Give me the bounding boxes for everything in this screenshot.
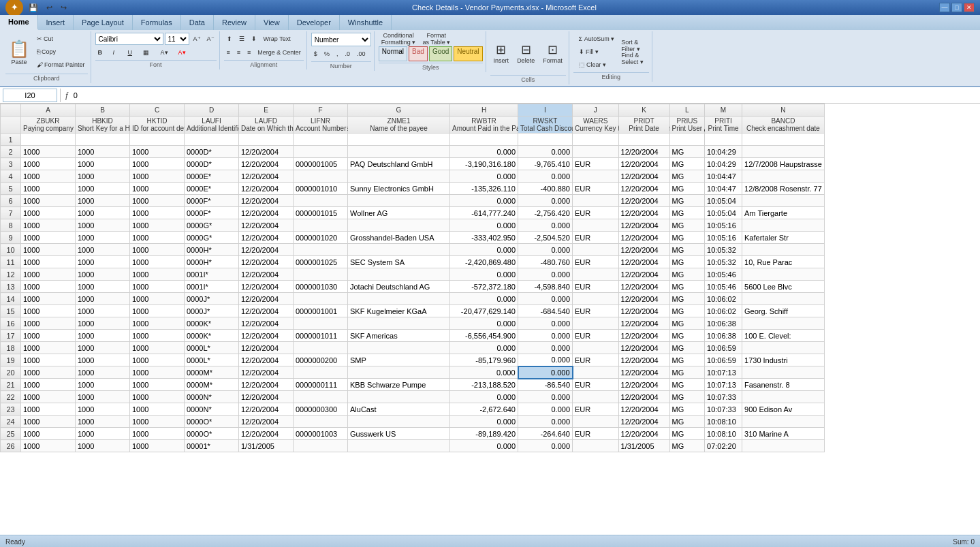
cell-C25[interactable]: 1000 (130, 428, 185, 440)
cell-M10[interactable]: 10:05:32 (705, 244, 742, 256)
cell-C15[interactable]: 1000 (130, 305, 185, 317)
cell-B25[interactable]: 1000 (76, 428, 130, 440)
cell-N4[interactable] (742, 170, 825, 183)
cell-H5[interactable]: -135,326.110 (450, 183, 518, 195)
delete-cells-btn[interactable]: ⊟ Delete (513, 33, 538, 74)
cell-E6[interactable]: 12/20/2004 (239, 195, 294, 207)
formula-input[interactable] (74, 89, 977, 102)
spreadsheet-container[interactable]: A B C D E F G H I J K L M N ZBUKRPaying … (0, 104, 980, 535)
cell-D15[interactable]: 0000J* (185, 305, 239, 317)
row-header[interactable]: 13 (1, 281, 21, 293)
cell-L17[interactable]: MG (669, 330, 704, 342)
cell-C16[interactable]: 1000 (130, 317, 185, 330)
cell-K3[interactable]: 12/20/2004 (618, 158, 669, 170)
cell-J10[interactable] (573, 244, 619, 256)
cell-G18[interactable] (348, 342, 450, 354)
cell-E19[interactable]: 12/20/2004 (239, 354, 294, 366)
cell-K17[interactable]: 12/20/2004 (618, 330, 669, 342)
cell-D5[interactable]: 0000E* (185, 183, 239, 195)
cell-G16[interactable] (348, 317, 450, 330)
cell-K14[interactable]: 12/20/2004 (618, 293, 669, 305)
cell-K15[interactable]: 12/20/2004 (618, 305, 669, 317)
row-header[interactable]: 22 (1, 391, 21, 403)
cell-D20[interactable]: 0000M* (185, 366, 239, 379)
cell-F3[interactable]: 0000001005 (294, 158, 348, 170)
cell-D21[interactable]: 0000M* (185, 379, 239, 391)
cell-A17[interactable]: 1000 (21, 330, 76, 342)
cell-A14[interactable]: 1000 (21, 293, 76, 305)
cell-N1[interactable] (742, 134, 825, 146)
cell-I5[interactable]: -400.880 (518, 183, 573, 195)
cell-M13[interactable]: 10:05:46 (705, 281, 742, 293)
format-painter-button[interactable]: 🖌 Format Painter (34, 59, 88, 71)
cell-M11[interactable]: 10:05:32 (705, 256, 742, 268)
cell-M1[interactable] (705, 134, 742, 146)
cell-L14[interactable]: MG (669, 293, 704, 305)
cell-J4[interactable] (573, 170, 619, 183)
cut-button[interactable]: ✂ Cut (34, 33, 88, 45)
cell-B6[interactable]: 1000 (76, 195, 130, 207)
cell-I12[interactable]: 0.000 (518, 268, 573, 281)
cell-J6[interactable] (573, 195, 619, 207)
fill-btn[interactable]: ⬇ Fill ▾ (576, 46, 618, 58)
cell-N20[interactable] (742, 366, 825, 379)
cell-G7[interactable]: Wollner AG (348, 207, 450, 219)
cell-D1[interactable] (185, 134, 239, 146)
cell-E1[interactable] (239, 134, 294, 146)
function-wizard-icon[interactable]: ƒ (63, 91, 71, 100)
col-header-J[interactable]: J (573, 104, 619, 116)
cell-C19[interactable]: 1000 (130, 354, 185, 366)
cell-D3[interactable]: 0000D* (185, 158, 239, 170)
cell-H6[interactable]: 0.000 (450, 195, 518, 207)
cell-N25[interactable]: 310 Marine A (742, 428, 825, 440)
cell-J12[interactable] (573, 268, 619, 281)
cell-B13[interactable]: 1000 (76, 281, 130, 293)
cell-D23[interactable]: 0000N* (185, 403, 239, 416)
cell-A21[interactable]: 1000 (21, 379, 76, 391)
cell-B20[interactable]: 1000 (76, 366, 130, 379)
cell-D22[interactable]: 0000N* (185, 391, 239, 403)
cell-A11[interactable]: 1000 (21, 256, 76, 268)
cell-C14[interactable]: 1000 (130, 293, 185, 305)
cell-G14[interactable] (348, 293, 450, 305)
cell-N9[interactable]: Kafertaler Str (742, 232, 825, 244)
cell-F6[interactable] (294, 195, 348, 207)
cell-N17[interactable]: 100 E. Clevel: (742, 330, 825, 342)
minimize-btn[interactable]: — (939, 3, 950, 12)
cell-I7[interactable]: -2,756.420 (518, 207, 573, 219)
cell-B14[interactable]: 1000 (76, 293, 130, 305)
cell-H22[interactable]: 0.000 (450, 391, 518, 403)
cell-N16[interactable] (742, 317, 825, 330)
row-header[interactable]: 14 (1, 293, 21, 305)
cell-G1[interactable] (348, 134, 450, 146)
cell-B8[interactable]: 1000 (76, 219, 130, 232)
cell-H12[interactable]: 0.000 (450, 268, 518, 281)
cell-D4[interactable]: 0000E* (185, 170, 239, 183)
cell-L18[interactable]: MG (669, 342, 704, 354)
style-good[interactable]: Good (429, 46, 452, 61)
cell-J1[interactable] (573, 134, 619, 146)
cell-F12[interactable] (294, 268, 348, 281)
cell-M26[interactable]: 07:02:20 (705, 440, 742, 452)
cell-M15[interactable]: 10:06:02 (705, 305, 742, 317)
cell-N23[interactable]: 900 Edison Av (742, 403, 825, 416)
row-header[interactable]: 24 (1, 416, 21, 428)
cell-L3[interactable]: MG (669, 158, 704, 170)
tab-view[interactable]: View (255, 15, 289, 30)
cell-H10[interactable]: 0.000 (450, 244, 518, 256)
cell-F23[interactable]: 0000000300 (294, 403, 348, 416)
cell-A18[interactable]: 1000 (21, 342, 76, 354)
cell-I4[interactable]: 0.000 (518, 170, 573, 183)
cell-L26[interactable]: MG (669, 440, 704, 452)
cell-A6[interactable]: 1000 (21, 195, 76, 207)
cell-N22[interactable] (742, 391, 825, 403)
cell-J5[interactable]: EUR (573, 183, 619, 195)
cell-N12[interactable] (742, 268, 825, 281)
cell-D10[interactable]: 0000H* (185, 244, 239, 256)
cell-N14[interactable] (742, 293, 825, 305)
cell-I1[interactable] (518, 134, 573, 146)
cell-F18[interactable] (294, 342, 348, 354)
cell-H7[interactable]: -614,777.240 (450, 207, 518, 219)
cell-I15[interactable]: -684.540 (518, 305, 573, 317)
row-header[interactable]: 17 (1, 330, 21, 342)
